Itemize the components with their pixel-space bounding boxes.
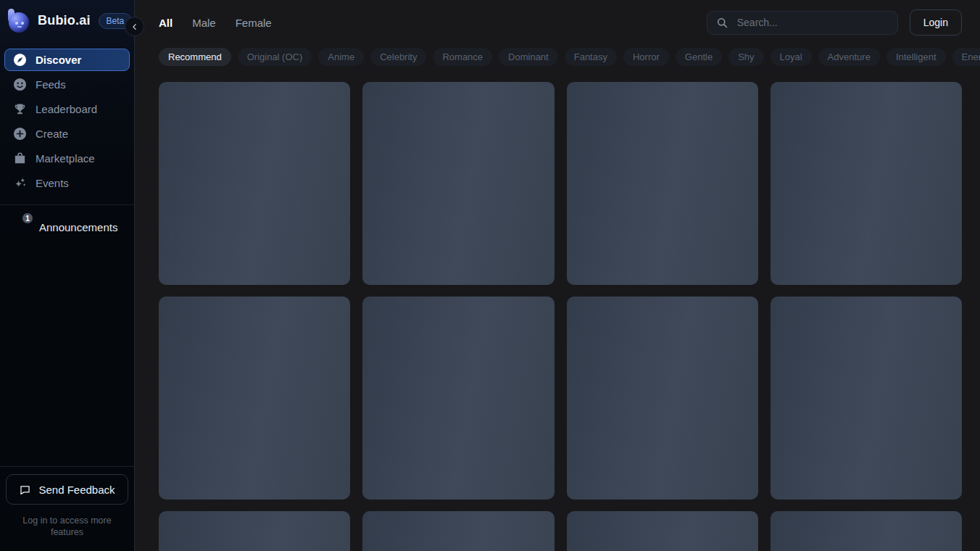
search-input[interactable] [736,16,889,29]
brand[interactable]: Bubio.ai Beta [0,0,134,40]
sidebar-nav: Discover Feeds Leaderboard Create Market… [0,40,134,194]
sidebar-collapse-button[interactable] [125,17,144,36]
filter-chip[interactable]: Loyal [771,48,812,66]
sidebar-item-label: Create [36,128,68,140]
filter-chip[interactable]: Gentle [676,48,722,66]
filter-chip[interactable]: Original (OC) [238,48,312,66]
sidebar-item-announcements[interactable]: 1 Announcements [0,205,134,249]
sidebar-item-label: Leaderboard [36,103,97,115]
login-button[interactable]: Login [910,9,962,36]
filter-chip[interactable]: Recommend [159,48,231,66]
skeleton-card [567,511,758,551]
filter-chip[interactable]: Anime [318,48,364,66]
sidebar-item[interactable]: Discover [4,49,130,71]
smiley-icon [13,78,27,91]
brand-name: Bubio.ai [38,13,91,28]
plus-circle-icon [13,127,27,141]
gender-tab[interactable]: All [159,17,173,29]
sparkles-icon [13,176,27,190]
skeleton-card [159,82,350,285]
send-feedback-label: Send Feedback [38,484,115,496]
skeleton-card [771,297,962,500]
main-content: AllMaleFemale Login RecommendOriginal (O… [136,0,980,551]
bubio-logo-icon [7,9,31,33]
compass-icon [13,53,27,67]
skeleton-card [362,511,554,551]
topbar: AllMaleFemale Login [136,0,980,45]
sidebar-item[interactable]: Events [4,172,130,194]
gender-tab[interactable]: Male [192,17,216,29]
send-feedback-button[interactable]: Send Feedback [6,474,128,505]
sidebar-item-label: Discover [36,54,81,66]
sidebar: Bubio.ai Beta Discover Feeds Leaderboard… [0,0,135,551]
filter-chip[interactable]: Shy [728,48,763,66]
search-icon [716,17,728,29]
filter-chip[interactable]: Energetic [952,48,980,66]
sidebar-item[interactable]: Create [4,123,130,145]
login-hint-text: Log in to access more features [0,505,134,551]
sidebar-item[interactable]: Feeds [4,73,130,96]
gender-tabs: AllMaleFemale [159,17,272,29]
gender-tab[interactable]: Female [236,17,272,29]
skeleton-card [159,297,350,500]
announcements-count-badge: 1 [21,212,34,225]
chevron-left-icon [130,22,140,32]
skeleton-card [159,511,350,551]
sidebar-item-label: Feeds [36,78,66,91]
sidebar-item[interactable]: Leaderboard [4,98,130,120]
announcements-label: Announcements [39,221,117,233]
skeleton-card [362,297,554,500]
sidebar-item-label: Marketplace [36,152,95,165]
sidebar-divider-bottom [0,466,134,467]
trophy-icon [13,102,27,116]
skeleton-card [362,82,554,285]
skeleton-card [567,297,758,500]
skeleton-card [567,82,758,285]
filter-chip[interactable]: Dominant [499,48,558,66]
shopping-bag-icon [13,152,27,165]
filter-chip[interactable]: Fantasy [565,48,617,66]
sidebar-item-label: Events [36,177,69,189]
character-grid [159,82,962,551]
skeleton-card [771,82,962,285]
filter-chip[interactable]: Intelligent [886,48,946,66]
filter-chip[interactable]: Adventure [818,48,880,66]
filter-chips: RecommendOriginal (OC)AnimeCelebrityRoma… [136,45,980,66]
filter-chip[interactable]: Horror [623,48,669,66]
search-box[interactable] [707,11,898,35]
chat-bubble-icon [19,484,31,496]
filter-chip[interactable]: Celebrity [370,48,426,66]
skeleton-card [771,511,962,551]
sidebar-item[interactable]: Marketplace [4,147,130,170]
filter-chip[interactable]: Romance [433,48,492,66]
